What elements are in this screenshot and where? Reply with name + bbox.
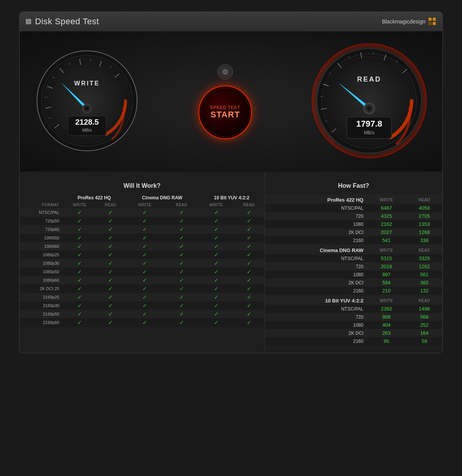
table-row: 2160p50 ✓ ✓ ✓ ✓ ✓ ✓ — [20, 310, 264, 318]
gauges-section: WRITE 2128.5 MB/s ⚙ — [20, 32, 442, 172]
svg-point-24 — [85, 107, 89, 110]
check-cell: ✓ — [233, 310, 264, 318]
res-label: 720 — [265, 212, 367, 220]
check-cell: ✓ — [199, 276, 234, 284]
read-value: 568 — [406, 313, 442, 321]
check-cell: ✓ — [199, 267, 234, 276]
col-group-prores: ProRes 422 HQ — [63, 194, 126, 202]
check-cell: ✓ — [164, 301, 199, 310]
read-col-header: READ — [406, 244, 442, 254]
format-col-header — [20, 194, 63, 202]
res-label: 720 — [265, 313, 367, 321]
read-value: 3325 — [406, 254, 442, 262]
format-label: 2160p25 — [20, 293, 63, 301]
table-row: 720p50 ✓ ✓ ✓ ✓ ✓ ✓ — [20, 217, 264, 225]
write-value: 541 — [367, 236, 407, 244]
will-it-work-panel: Will It Work? ProRes 422 HQ Cinema DNG R… — [20, 172, 265, 353]
format-label: 2160p30 — [20, 301, 63, 310]
start-button[interactable]: SPEED TEST START — [198, 85, 252, 139]
list-item: NTSC/PAL 6487 4058 — [265, 204, 442, 212]
check-cell: ✓ — [164, 217, 199, 225]
check-cell: ✓ — [233, 234, 264, 242]
res-label: NTSC/PAL — [265, 305, 367, 313]
write-value: 2162 — [367, 220, 407, 228]
check-cell: ✓ — [96, 301, 125, 310]
list-item: 2K DCI 584 365 — [265, 279, 442, 287]
table-row: 2160p60 ✓ ✓ ✓ ✓ ✓ ✓ — [20, 318, 264, 327]
read-value: 1262 — [406, 262, 442, 271]
list-item: 2160 95 59 — [265, 337, 442, 345]
check-cell: ✓ — [199, 234, 234, 242]
tables-section: Will It Work? ProRes 422 HQ Cinema DNG R… — [20, 172, 442, 353]
check-cell: ✓ — [126, 225, 164, 234]
res-label: 1080 — [265, 220, 367, 228]
read-value: 164 — [406, 329, 442, 337]
table-row: 1080i60 ✓ ✓ ✓ ✓ ✓ ✓ — [20, 242, 264, 251]
check-cell: ✓ — [233, 217, 264, 225]
write-value: 2018 — [367, 262, 407, 271]
check-cell: ✓ — [199, 242, 234, 251]
brand-dot-3 — [429, 22, 432, 25]
format-label: 1080p50 — [20, 267, 63, 276]
read-value: 2705 — [406, 212, 442, 220]
list-item: 1080 404 252 — [265, 321, 442, 329]
check-cell: ✓ — [126, 234, 164, 242]
check-cell: ✓ — [164, 267, 199, 276]
write-col-header: WRITE — [367, 244, 407, 254]
res-label: 2K DCI — [265, 329, 367, 337]
read-value: 561 — [406, 271, 442, 279]
check-cell: ✓ — [164, 242, 199, 251]
write-value: 584 — [367, 279, 407, 287]
check-cell: ✓ — [199, 225, 234, 234]
fast-table-body: ProRes 422 HQ WRITE READ NTSC/PAL 6487 4… — [265, 194, 442, 345]
close-icon: × — [27, 20, 30, 24]
format-label: 2160p60 — [20, 318, 63, 327]
start-label-big: START — [211, 110, 240, 120]
format-label: 1080i50 — [20, 234, 63, 242]
check-cell: ✓ — [233, 225, 264, 234]
check-cell: ✓ — [126, 267, 164, 276]
write-value: 5315 — [367, 254, 407, 262]
check-cell: ✓ — [126, 242, 164, 251]
check-cell: ✓ — [164, 251, 199, 259]
check-cell: ✓ — [63, 251, 96, 259]
read-value: 338 — [406, 236, 442, 244]
start-label-small: SPEED TEST — [210, 105, 240, 110]
list-item: NTSC/PAL 2392 1496 — [265, 305, 442, 313]
brand-dots — [429, 18, 436, 25]
how-fast-panel: How Fast? ProRes 422 HQ WRITE READ NTSC/… — [265, 172, 442, 353]
res-label: 1080 — [265, 271, 367, 279]
svg-text:MB/s: MB/s — [364, 130, 374, 135]
center-controls: ⚙ SPEED TEST START — [198, 64, 252, 139]
will-it-work-title: Will It Work? — [20, 179, 264, 194]
check-cell: ✓ — [63, 276, 96, 284]
brand-dot-1 — [429, 18, 432, 21]
write-value: 2392 — [367, 305, 407, 313]
fast-section-label: ProRes 422 HQ — [265, 194, 367, 204]
check-cell: ✓ — [63, 242, 96, 251]
check-cell: ✓ — [63, 234, 96, 242]
check-cell: ✓ — [96, 234, 125, 242]
format-subheader: FORMAT — [20, 202, 63, 208]
check-cell: ✓ — [233, 251, 264, 259]
check-cell: ✓ — [164, 318, 199, 327]
table-row: 2160p30 ✓ ✓ ✓ ✓ ✓ ✓ — [20, 301, 264, 310]
close-button[interactable]: × — [26, 19, 31, 24]
brand-name: Blackmagicdesign — [382, 18, 425, 25]
check-cell: ✓ — [63, 259, 96, 267]
settings-button[interactable]: ⚙ — [218, 64, 233, 80]
check-cell: ✓ — [126, 276, 164, 284]
check-cell: ✓ — [126, 251, 164, 259]
table-row: 1080p50 ✓ ✓ ✓ ✓ ✓ ✓ — [20, 267, 264, 276]
will-table-body: NTSC/PAL ✓ ✓ ✓ ✓ ✓ ✓ 720p50 ✓ ✓ ✓ ✓ ✓ ✓ … — [20, 208, 264, 327]
check-cell: ✓ — [63, 318, 96, 327]
write-value: 4325 — [367, 212, 407, 220]
check-cell: ✓ — [233, 284, 264, 293]
yuv-read-header: READ — [233, 202, 264, 208]
check-cell: ✓ — [233, 259, 264, 267]
read-value: 1268 — [406, 228, 442, 236]
check-cell: ✓ — [63, 225, 96, 234]
check-cell: ✓ — [164, 225, 199, 234]
read-col-header: READ — [406, 194, 442, 204]
check-cell: ✓ — [96, 251, 125, 259]
